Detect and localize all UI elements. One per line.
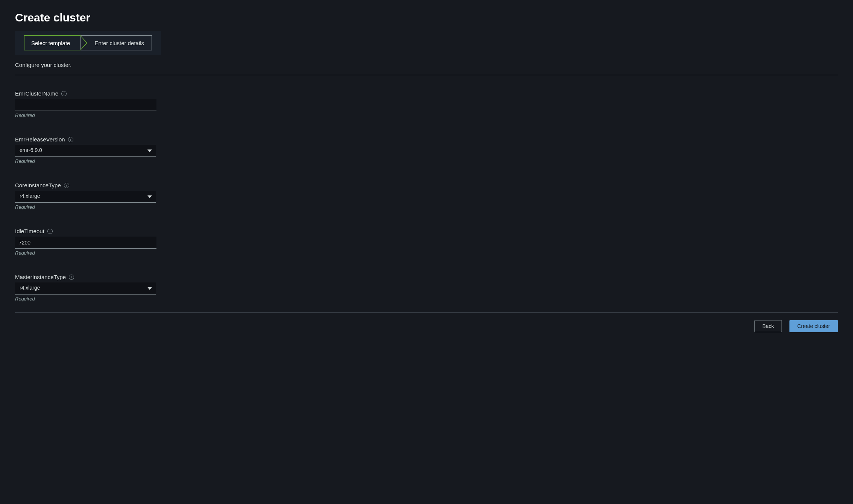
helper-text: Required [15, 250, 838, 256]
field-core-instance-type: CoreInstanceType i r4.xlarge Required [15, 182, 838, 210]
info-icon[interactable]: i [64, 183, 69, 188]
info-icon[interactable]: i [68, 137, 73, 142]
wizard-steps: Select template Enter cluster details [15, 31, 161, 55]
field-master-instance-type: MasterInstanceType i r4.xlarge Required [15, 274, 838, 302]
info-icon[interactable]: i [47, 229, 53, 234]
field-emr-cluster-name: EmrClusterName i Required [15, 90, 838, 118]
helper-text: Required [15, 112, 838, 118]
label-idle-timeout: IdleTimeout [15, 228, 44, 234]
create-cluster-button[interactable]: Create cluster [789, 320, 838, 332]
footer-actions: Back Create cluster [15, 313, 838, 336]
page-title: Create cluster [15, 11, 838, 24]
helper-text: Required [15, 158, 838, 164]
label-emr-release-version: EmrReleaseVersion [15, 136, 65, 143]
info-icon[interactable]: i [61, 91, 67, 96]
wizard-step-label: Enter cluster details [94, 40, 144, 46]
input-idle-timeout[interactable] [15, 237, 156, 249]
select-core-instance-type[interactable]: r4.xlarge [15, 191, 156, 203]
form-section: EmrClusterName i Required EmrReleaseVers… [15, 75, 838, 302]
page-subtitle: Configure your cluster. [15, 62, 838, 68]
wizard-step-enter-details[interactable]: Enter cluster details [80, 35, 152, 50]
back-button[interactable]: Back [754, 320, 782, 332]
field-emr-release-version: EmrReleaseVersion i emr-6.9.0 Required [15, 136, 838, 164]
wizard-step-select-template[interactable]: Select template [24, 35, 81, 50]
select-emr-release-version[interactable]: emr-6.9.0 [15, 145, 156, 157]
field-idle-timeout: IdleTimeout i Required [15, 228, 838, 256]
select-master-instance-type[interactable]: r4.xlarge [15, 282, 156, 295]
helper-text: Required [15, 296, 838, 302]
helper-text: Required [15, 204, 838, 210]
chevron-right-icon [80, 35, 87, 50]
wizard-step-label: Select template [31, 40, 70, 46]
info-icon[interactable]: i [69, 275, 74, 280]
input-emr-cluster-name[interactable] [15, 99, 156, 111]
label-master-instance-type: MasterInstanceType [15, 274, 66, 280]
label-emr-cluster-name: EmrClusterName [15, 90, 58, 97]
label-core-instance-type: CoreInstanceType [15, 182, 61, 188]
